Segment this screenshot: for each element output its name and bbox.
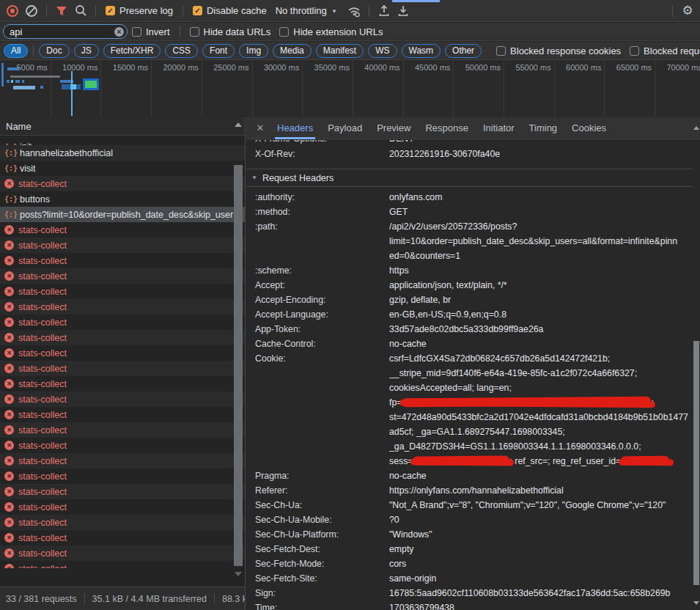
request-header-row: Cookie:csrf=LdfcGX4Sa72db06824c657db26a5… bbox=[246, 351, 693, 468]
filter-chip-font[interactable]: Font bbox=[202, 44, 235, 58]
filter-chip-js[interactable]: JS bbox=[74, 44, 99, 58]
export-har-button[interactable] bbox=[394, 1, 413, 21]
detail-scrollbar[interactable] bbox=[693, 117, 700, 610]
request-row[interactable]: ✕stats-collect bbox=[0, 499, 245, 515]
hide-extension-urls-checkbox[interactable]: Hide extension URLs bbox=[279, 26, 383, 37]
hide-data-urls-checkbox[interactable]: Hide data URLs bbox=[190, 26, 271, 37]
failed-request-icon: ✕ bbox=[4, 256, 14, 265]
header-value: same-origin bbox=[389, 571, 693, 586]
filter-input[interactable] bbox=[3, 24, 128, 39]
resource-type-filter-bar: AllDocJSFetch/XHRCSSFontImgMediaManifest… bbox=[0, 42, 700, 60]
header-value-line: no-cache bbox=[389, 468, 693, 483]
request-row[interactable]: ✕stats-collect bbox=[0, 330, 245, 345]
tab-response[interactable]: Response bbox=[418, 117, 476, 139]
request-row[interactable]: {:}visit bbox=[0, 161, 245, 176]
request-row[interactable]: ✕stats-collect bbox=[0, 453, 245, 468]
record-button[interactable] bbox=[3, 1, 22, 21]
filter-chip-other[interactable]: Other bbox=[445, 44, 482, 58]
request-row[interactable]: ✕stats-collect bbox=[0, 468, 245, 484]
request-row[interactable]: ✕stats-collect bbox=[0, 484, 245, 499]
tab-cookies[interactable]: Cookies bbox=[564, 117, 614, 139]
filter-chip-img[interactable]: Img bbox=[239, 44, 268, 58]
scroll-down-icon[interactable] bbox=[693, 601, 699, 605]
request-row[interactable]: ✕stats-collect bbox=[0, 361, 245, 376]
request-row[interactable]: ✕stats-collect bbox=[0, 438, 245, 453]
request-row[interactable]: ✕stats-collect bbox=[0, 284, 245, 299]
scrollbar-thumb[interactable] bbox=[234, 165, 243, 566]
filter-chip-media[interactable]: Media bbox=[273, 44, 312, 58]
scrollbar-thumb[interactable] bbox=[693, 341, 699, 585]
filter-chip-css[interactable]: CSS bbox=[165, 44, 198, 58]
scroll-down-icon[interactable] bbox=[235, 572, 242, 576]
close-icon: ✕ bbox=[257, 122, 265, 133]
request-row[interactable]: ✕stats-collect bbox=[0, 345, 245, 361]
gear-icon: ⚙ bbox=[682, 3, 693, 18]
header-value: empty bbox=[389, 542, 693, 556]
tab-timing[interactable]: Timing bbox=[522, 117, 565, 139]
scroll-up-icon[interactable] bbox=[693, 126, 699, 130]
name-column-header[interactable]: Name bbox=[0, 117, 245, 136]
filter-chip-all[interactable]: All bbox=[4, 44, 28, 58]
scroll-up-icon[interactable] bbox=[235, 122, 242, 127]
filter-chip-doc[interactable]: Doc bbox=[39, 44, 69, 58]
failed-request-icon: ✕ bbox=[4, 240, 14, 250]
filter-chip-ws[interactable]: WS bbox=[368, 44, 397, 58]
request-row[interactable]: ✕stats-collect bbox=[0, 561, 245, 568]
status-text: 35.1 kB / 4.4 MB transferred bbox=[92, 594, 207, 604]
filter-chip-wasm[interactable]: Wasm bbox=[402, 44, 441, 58]
request-row[interactable]: {:}hannahelizabethofficial bbox=[0, 145, 245, 161]
request-row[interactable]: ✕stats-collect bbox=[0, 407, 245, 422]
throttling-dropdown[interactable]: No throttling ▾ bbox=[276, 5, 336, 16]
request-row[interactable]: ✕stats-collect bbox=[0, 515, 245, 530]
request-row[interactable]: ✕stats-collect bbox=[0, 238, 245, 253]
request-row[interactable]: ✕stats-collect bbox=[0, 530, 245, 545]
request-row[interactable]: ✕stats-collect bbox=[0, 545, 245, 561]
request-row[interactable]: {:}buttons bbox=[0, 191, 245, 207]
disable-cache-checkbox[interactable]: ✓ Disable cache bbox=[193, 5, 267, 16]
request-row[interactable]: ✕stats-collect bbox=[0, 253, 245, 268]
toolbar-separator bbox=[183, 5, 183, 17]
blocked-requests-checkbox[interactable]: Blocked requests bbox=[630, 45, 700, 56]
request-row[interactable]: {:}init bbox=[0, 136, 245, 145]
clear-icon bbox=[25, 4, 38, 18]
settings-button[interactable]: ⚙ bbox=[678, 1, 697, 21]
request-name: stats-collect bbox=[18, 487, 67, 497]
tab-preview[interactable]: Preview bbox=[369, 117, 418, 139]
clear-button[interactable] bbox=[22, 1, 41, 21]
filter-toggle-button[interactable] bbox=[52, 1, 71, 21]
search-button[interactable] bbox=[71, 1, 90, 21]
request-list-scrollbar[interactable] bbox=[232, 117, 244, 587]
request-row[interactable]: ✕stats-collect bbox=[0, 422, 245, 438]
invert-checkbox[interactable]: Invert bbox=[132, 26, 170, 37]
request-row[interactable]: ✕stats-collect bbox=[0, 176, 245, 191]
failed-request-icon: ✕ bbox=[4, 348, 14, 358]
filter-chip-manifest[interactable]: Manifest bbox=[316, 44, 364, 58]
filter-chip-fetch-xhr[interactable]: Fetch/XHR bbox=[103, 44, 161, 58]
clear-filter-icon[interactable]: × bbox=[114, 27, 124, 37]
request-row[interactable]: ✕stats-collect bbox=[0, 222, 245, 238]
blocked-response-cookies-label: Blocked response cookies bbox=[510, 45, 621, 56]
header-value-line: 16785:5aad9602cf110608b03133de563642fac1… bbox=[389, 586, 693, 600]
request-row[interactable]: {:}posts?limit=10&order=publish_date_des… bbox=[0, 207, 245, 222]
tab-headers[interactable]: Headers bbox=[270, 117, 320, 139]
request-row[interactable]: ✕stats-collect bbox=[0, 299, 245, 315]
blocked-response-cookies-checkbox[interactable]: Blocked response cookies bbox=[496, 45, 621, 56]
timeline-overview[interactable]: 5000 ms10000 ms15000 ms20000 ms25000 ms3… bbox=[0, 60, 700, 118]
request-row[interactable]: ✕stats-collect bbox=[0, 268, 245, 284]
tab-initiator[interactable]: Initiator bbox=[476, 117, 522, 139]
network-conditions-button[interactable] bbox=[345, 1, 364, 21]
checkbox-unchecked-icon bbox=[630, 46, 639, 56]
close-detail-button[interactable]: ✕ bbox=[251, 122, 270, 133]
tab-payload[interactable]: Payload bbox=[320, 117, 369, 139]
request-header-row: Sec-Ch-Ua-Mobile:?0 bbox=[246, 512, 693, 527]
request-row[interactable]: ✕stats-collect bbox=[0, 376, 245, 392]
request-header-row: Accept-Language:en-GB,en-US;q=0.9,en;q=0… bbox=[246, 307, 693, 322]
request-header-row: :path:/api2/v2/users/20572336/posts?limi… bbox=[246, 219, 693, 263]
request-row[interactable]: ✕stats-collect bbox=[0, 392, 245, 407]
request-row[interactable]: ✕stats-collect bbox=[0, 315, 245, 330]
header-value-line: sess=; ref_src=; reg_ref_user_id= bbox=[389, 454, 693, 468]
request-headers-section-toggle[interactable]: ▼ Request Headers bbox=[246, 169, 693, 186]
header-value-line: fp=; bbox=[389, 395, 693, 410]
import-har-button[interactable] bbox=[375, 1, 394, 21]
preserve-log-checkbox[interactable]: ✓ Preserve log bbox=[106, 5, 173, 16]
